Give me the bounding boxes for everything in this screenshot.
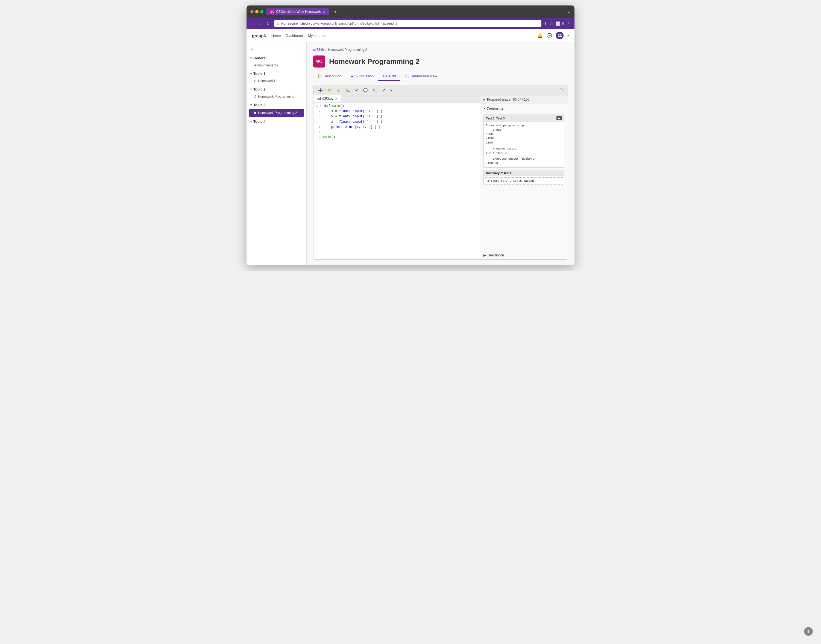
url-path: /mod/vpl/forms/edit.php?id=4&userid=3 bbox=[340, 21, 397, 25]
comments-section: ▾ Comments Test 3: Test 3 ▶ Incor bbox=[480, 104, 568, 251]
back-button[interactable]: ‹ bbox=[250, 21, 255, 26]
grade-bar: ▶ Proposed grade: 66.67 / 100 bbox=[480, 95, 568, 104]
nav-home[interactable]: Home bbox=[271, 34, 281, 38]
description-bar: ▶ Description bbox=[480, 251, 568, 259]
chat-button[interactable]: 💬 bbox=[361, 87, 370, 94]
notification-icon[interactable]: 🔔 bbox=[537, 33, 543, 38]
clock-button[interactable]: 🕐 bbox=[556, 87, 565, 94]
topic1-section-label: Topic 1 bbox=[253, 72, 266, 76]
user-menu-chevron[interactable]: ▾ bbox=[567, 34, 569, 37]
grade-value: 66.67 / 100 bbox=[513, 98, 529, 101]
browser-actions: ⬆ ☆ ⬜ E ⋮ bbox=[544, 21, 571, 26]
grade-triangle-icon: ▶ bbox=[484, 98, 486, 101]
window-controls: ⌄ bbox=[567, 9, 571, 14]
code-tab-label: minOF3.py bbox=[317, 97, 334, 101]
summary-body: 3 tests run/ 2 tests passed bbox=[485, 177, 563, 184]
item-dot-active-icon bbox=[254, 112, 256, 114]
share-icon[interactable]: ⬆ bbox=[544, 21, 547, 26]
extensions-icon[interactable]: E bbox=[562, 21, 565, 26]
url-bar[interactable]: ⚠ Not Secure | checkyourworkgroup.online… bbox=[274, 20, 541, 27]
traffic-lights bbox=[250, 10, 263, 14]
split-view-icon[interactable]: ⬜ bbox=[555, 21, 560, 26]
code-line-4: 4 z = float( input( "> " ) ) bbox=[314, 120, 480, 125]
code-editor[interactable]: 1 ▶ def main(): 2 x = float( input( "> "… bbox=[314, 103, 480, 259]
sidebar-item-hwprogramming2[interactable]: Homework Programming 2 bbox=[249, 109, 304, 117]
sidebar-item-hwprogramming[interactable]: Homework Programming bbox=[247, 93, 306, 100]
lock-icon: ⚠ bbox=[277, 22, 280, 25]
chevron-icon: ▾ bbox=[250, 103, 252, 106]
tab-submission-view[interactable]: 📄 Submission view bbox=[400, 72, 442, 81]
tab-close-icon[interactable]: ✕ bbox=[323, 10, 325, 14]
code-tab-close-icon[interactable]: ✕ bbox=[335, 97, 337, 100]
vpl-container: ➕ 📂 ✈ 🐛 ✔ 💬 >_ ⤢ ? 🕐 bbox=[313, 85, 568, 260]
content-area: cs7346 / Homework Programming 2 VPL Home… bbox=[306, 42, 574, 265]
sidebar-section-topic1: ▾ Topic 1 Homework1 bbox=[247, 70, 306, 84]
test-input-1000: 1000 bbox=[486, 132, 562, 136]
tab-favicon: VPL bbox=[270, 10, 274, 14]
sidebar-section-topic3-header[interactable]: ▾ Topic 3 bbox=[247, 101, 306, 109]
sidebar-section-topic2-header[interactable]: ▾ Topic 2 bbox=[247, 86, 306, 93]
breadcrumb-separator: / bbox=[326, 48, 326, 52]
general-section-label: General bbox=[253, 56, 267, 60]
sidebar-section-topic4-header[interactable]: ▾ Topic 4 bbox=[247, 118, 306, 125]
description-triangle-icon: ▶ bbox=[484, 253, 486, 257]
description-label: Description bbox=[487, 253, 504, 257]
test-input-neg1000: -1000 bbox=[486, 136, 562, 141]
open-button[interactable]: 📂 bbox=[326, 87, 334, 94]
test-name: Test 3: Test 3 bbox=[486, 117, 505, 120]
code-line-7: 7 main() bbox=[314, 135, 480, 140]
breadcrumb-page: Homework Programming 2 bbox=[328, 48, 367, 52]
sidebar-close-button[interactable]: ✕ bbox=[247, 46, 306, 54]
tab-edit[interactable]: </> Edit bbox=[378, 72, 400, 81]
bookmark-icon[interactable]: ☆ bbox=[550, 21, 553, 26]
sidebar-item-homework1[interactable]: Homework1 bbox=[247, 77, 306, 84]
page-icon: VPL bbox=[313, 55, 325, 67]
topic2-section-label: Topic 2 bbox=[253, 87, 266, 91]
menu-icon[interactable]: ⋮ bbox=[567, 21, 571, 26]
user-avatar[interactable]: EE bbox=[556, 32, 564, 39]
evaluate-button[interactable]: ✔ bbox=[353, 87, 360, 94]
new-tab-button[interactable]: + bbox=[332, 8, 339, 15]
chat-icon[interactable]: 💬 bbox=[547, 33, 552, 38]
sidebar-item-label: Homework1 bbox=[258, 79, 276, 83]
close-traffic-light[interactable] bbox=[250, 10, 254, 14]
test-comment-header: Test 3: Test 3 ▶ bbox=[484, 115, 564, 122]
breadcrumb-course[interactable]: cs7346 bbox=[313, 48, 324, 52]
tab-submission[interactable]: ☁ Submission bbox=[346, 72, 378, 81]
new-file-button[interactable]: ➕ bbox=[316, 87, 325, 94]
comments-triangle-icon: ▾ bbox=[484, 107, 486, 110]
sidebar-section-general-header[interactable]: ▾ General bbox=[247, 54, 306, 62]
terminal-button[interactable]: >_ bbox=[371, 87, 379, 94]
nav-dashboard[interactable]: Dashboard bbox=[286, 34, 303, 38]
item-dot-icon bbox=[254, 95, 256, 98]
minimize-traffic-light[interactable] bbox=[255, 10, 259, 14]
refresh-button[interactable]: ↻ bbox=[265, 21, 271, 26]
help-button[interactable]: ? bbox=[388, 87, 394, 94]
tab-description[interactable]: 📋 Description bbox=[313, 72, 346, 81]
forward-button[interactable]: › bbox=[258, 21, 262, 26]
window-minimize-icon: ⌄ bbox=[567, 9, 571, 14]
nav-mycourses[interactable]: My courses bbox=[308, 34, 326, 38]
code-tab-minof3[interactable]: minOF3.py ✕ bbox=[314, 95, 342, 102]
sidebar-item-announcements[interactable]: Announcements bbox=[247, 62, 306, 69]
browser-titlebar: VPL CSCheckYourWork Homework ✕ + ⌄ bbox=[247, 5, 574, 18]
sidebar-item-label: Homework Programming 2 bbox=[258, 111, 297, 115]
toolbar-right: 🕐 bbox=[556, 87, 565, 94]
page-title: Homework Programming 2 bbox=[329, 57, 420, 66]
fullscreen-button[interactable]: ⤢ bbox=[380, 87, 387, 94]
topic4-section-label: Topic 4 bbox=[253, 120, 266, 124]
run-button[interactable]: ✈ bbox=[335, 87, 342, 94]
chevron-icon: ▾ bbox=[250, 120, 252, 123]
topic3-section-label: Topic 3 bbox=[253, 103, 266, 107]
program-output-value: > > > 1000.0 bbox=[486, 151, 562, 156]
sidebar-item-label: Announcements bbox=[254, 63, 278, 67]
address-bar: ‹ › ↻ ⚠ Not Secure | checkyourworkgroup.… bbox=[247, 18, 574, 29]
item-dot-icon bbox=[254, 80, 256, 82]
maximize-traffic-light[interactable] bbox=[260, 10, 263, 14]
test-body: Incorrect program output --- Input --- 1… bbox=[484, 122, 564, 167]
chevron-icon: ▾ bbox=[250, 57, 252, 60]
test-run-button[interactable]: ▶ bbox=[556, 116, 562, 120]
active-browser-tab[interactable]: VPL CSCheckYourWork Homework ✕ bbox=[266, 8, 329, 15]
debug-button[interactable]: 🐛 bbox=[343, 87, 352, 94]
sidebar-section-topic1-header[interactable]: ▾ Topic 1 bbox=[247, 70, 306, 77]
